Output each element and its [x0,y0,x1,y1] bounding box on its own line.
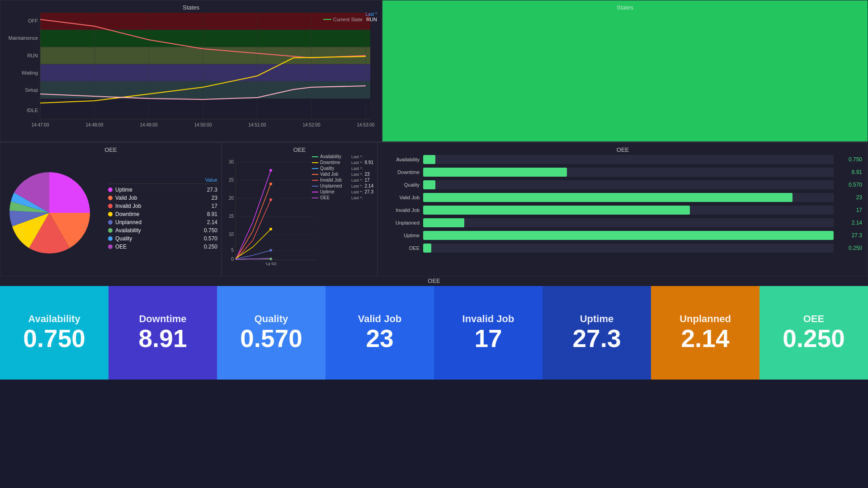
tile-label: Quality [255,313,288,325]
line-legend-row: Downtime Last *: 8.91 [312,160,373,165]
bar-value: 23 [837,194,862,201]
line-legend-row: Valid Job Last *: 23 [312,172,373,177]
svg-rect-3 [40,64,370,81]
tile-value: 2.14 [681,325,729,352]
svg-text:OFF: OFF [28,18,38,23]
legend-color-dot [108,220,113,225]
bar-row: Uptime 27.3 [383,231,862,240]
states-chart-panel: States Last * Current State RUN OFF [0,0,382,142]
oee-tile-quality: Quality 0.570 [217,286,326,380]
bar-row: Invalid Job 17 [383,206,862,215]
line-legend-dash [312,197,318,198]
bar-fill [423,244,431,253]
pie-legend-row: Quality 0.570 [108,235,217,243]
svg-text:14:47:00: 14:47:00 [32,122,49,127]
tile-value: 0.250 [783,325,845,352]
oee-tile-valid-job: Valid Job 23 [326,286,434,380]
pie-legend-value: 17 [212,203,217,209]
pie-legend-label: Uptime [115,187,132,193]
line-legend-dash [312,180,318,181]
oee-bar-title: OEE [383,146,862,153]
oee-tile-invalid-job: Invalid Job 17 [434,286,542,380]
bar-value: 0.250 [837,245,862,251]
line-legend-label: Unplanned [320,183,349,188]
bar-track [423,155,834,164]
bar-track [423,244,834,253]
legend-color-dot [108,212,113,216]
oee-bar-panel: OEE Availability 0.750 Downtime 8.91 Qua… [377,142,868,277]
tile-value: 17 [474,325,502,352]
pie-legend: Value Uptime 27.3 Valid Job 23 Invalid J… [104,177,217,251]
bar-value: 27.3 [837,232,862,239]
bar-label: Quality [383,182,420,188]
pie-legend-value: 0.570 [204,235,217,242]
svg-point-49 [269,198,272,201]
line-legend-row: Availability Last *: [312,154,373,159]
line-legend-val: 2.14 [365,183,373,188]
svg-text:30: 30 [229,160,234,164]
line-legend-last: Last *: [351,155,363,159]
states-chart-title: States [4,4,378,11]
svg-text:RUN: RUN [27,53,38,58]
bar-row: Unplanned 2.14 [383,218,862,227]
tile-label: Uptime [580,313,614,325]
bar-fill [423,193,793,202]
line-legend-row: Uptime Last *: 27.3 [312,189,373,194]
line-legend-row: Invalid Job Last *: 17 [312,178,373,183]
line-legend-last: Last *: [351,196,363,200]
tile-value: 27.3 [572,325,621,352]
bar-track [423,180,834,189]
bar-track [423,206,834,215]
line-legend-dash [312,186,318,187]
tile-label: Invalid Job [462,313,514,325]
line-legend-val: 8.91 [365,160,373,165]
bar-value: 8.91 [837,169,862,175]
line-legend-label: Downtime [320,160,349,165]
legend-color-dot [108,236,113,241]
line-legend-row: Quality Last *: [312,166,373,171]
svg-point-48 [269,183,272,185]
pie-legend-row: Downtime 8.91 [108,210,217,218]
bar-fill [423,180,435,189]
oee-tile-availability: Availability 0.750 [0,286,108,380]
line-legend-dash [312,192,318,192]
line-legend-label: Valid Job [320,172,349,177]
line-legend-dash [312,174,318,175]
svg-rect-2 [40,47,370,64]
states-svg: OFF Maintainence RUN Waiting Setup IDLE [4,13,375,135]
oee-pie-title: OEE [4,146,217,153]
svg-text:IDLE: IDLE [27,108,38,113]
pie-legend-row: Uptime 27.3 [108,186,217,194]
oee-pie-panel: OEE [0,142,222,277]
line-legend-label: Invalid Job [320,178,349,183]
run-panel-title: States [382,4,868,11]
svg-text:14:50: 14:50 [265,262,276,265]
legend-color-dot [108,196,113,200]
line-legend-last: Last *: [351,160,363,165]
bar-track [423,231,834,240]
line-legend-dash [312,162,318,163]
svg-rect-0 [40,13,370,30]
bar-label: Unplanned [383,220,420,225]
oee-line-panel: OEE Availability Last *: Downtime Last *… [222,142,377,277]
line-legend-last: Last *: [351,166,363,171]
line-legend-label: OEE [320,195,349,200]
svg-text:Waiting: Waiting [22,70,38,75]
oee-tile-oee: OEE 0.250 [760,286,868,380]
bar-value: 0.750 [837,156,862,163]
bar-value: 17 [837,207,862,213]
bar-row: OEE 0.250 [383,244,862,253]
svg-text:14:51:00: 14:51:00 [249,122,266,127]
pie-chart [4,168,104,260]
legend-color-dot [108,244,113,249]
pie-legend-row: Valid Job 23 [108,194,217,202]
svg-point-52 [269,258,272,260]
line-legend-label: Quality [320,166,349,171]
line-legend-row: OEE Last *: [312,195,373,200]
line-legend-last: Last *: [351,184,363,188]
svg-point-51 [269,249,272,252]
pie-legend-label: Invalid Job [115,203,141,209]
bar-row: Availability 0.750 [383,155,862,164]
svg-rect-1 [40,30,370,47]
bar-label: Invalid Job [383,207,420,213]
